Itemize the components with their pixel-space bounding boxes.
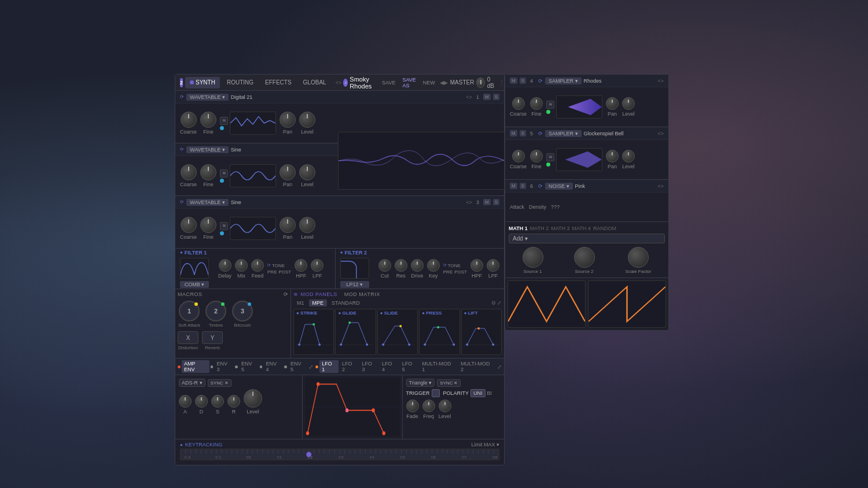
macro-2[interactable]: 2	[205, 301, 226, 321]
sampler-1-level-knob[interactable]	[622, 97, 635, 110]
filter-1-feed-knob[interactable]	[251, 259, 264, 272]
lfo-shape-select[interactable]: Triangle ▾	[406, 379, 435, 387]
macro-y-button[interactable]: Y	[202, 331, 223, 344]
math-scale-factor-knob[interactable]	[628, 247, 649, 268]
sampler-1-type[interactable]: SAMPLER ▾	[545, 77, 582, 84]
lfo-expand-icon[interactable]: ⤢	[497, 364, 502, 370]
tab-env4[interactable]: ENV 4	[263, 360, 283, 373]
osc-2-phase-dot[interactable]	[220, 179, 224, 183]
mod-panels-gear[interactable]: ⚙	[491, 300, 496, 306]
tab-routing[interactable]: ROUTING	[222, 77, 258, 88]
filter-2-post[interactable]: POST	[454, 269, 467, 275]
env-expand-icon[interactable]: ⤢	[308, 364, 313, 370]
macro-1[interactable]: 1	[179, 301, 200, 321]
sampler-1-m[interactable]: M	[510, 77, 517, 84]
sampler-1-coarse-knob[interactable]	[512, 97, 525, 110]
sampler-2-pan-knob[interactable]	[606, 150, 619, 162]
filter-1-pre[interactable]: PRE	[267, 269, 277, 275]
filter-1-hpf-knob[interactable]	[295, 259, 307, 272]
filter-2-res-knob[interactable]	[395, 259, 407, 272]
tab-lfo1[interactable]: LFO 1	[319, 360, 339, 373]
math-2-tab[interactable]: MATH 2	[530, 225, 549, 231]
filter-2-lpf-knob[interactable]	[487, 259, 499, 272]
tab-m1[interactable]: M1	[293, 300, 308, 306]
polarity-uni[interactable]: UNI	[470, 389, 486, 397]
filter-2-cut-knob[interactable]	[378, 259, 391, 272]
sampler-2-level-knob[interactable]	[622, 150, 635, 162]
sampler-2-fine-knob[interactable]	[530, 150, 543, 162]
tab-multimod2[interactable]: MULTI-MOD 2	[458, 360, 496, 373]
env-s-knob[interactable]	[211, 395, 224, 408]
osc-2-coarse-knob[interactable]	[181, 164, 197, 180]
osc-2-fine-knob[interactable]	[200, 164, 216, 180]
osc-3-s[interactable]: S	[493, 199, 499, 205]
math-random-tab[interactable]: RANDOM	[593, 225, 616, 231]
lfo-freq-knob[interactable]	[422, 400, 435, 412]
filter-1-lpf-knob[interactable]	[311, 259, 323, 272]
filter-1-delay-knob[interactable]	[219, 259, 231, 272]
env-a-knob[interactable]	[179, 395, 192, 408]
filter-2-hpf-knob[interactable]	[470, 259, 483, 272]
tab-lfo5[interactable]: LFO 5	[400, 360, 419, 373]
tab-amp-env[interactable]: AMP ENV	[182, 360, 209, 373]
macro-x-button[interactable]: X	[178, 331, 198, 344]
tab-mpe[interactable]: MPE	[309, 300, 328, 306]
trigger-checkbox[interactable]	[432, 389, 440, 397]
sampler-1-wave-icon[interactable]: ≋	[546, 101, 554, 109]
osc-2-wave-icon[interactable]: ≋	[220, 169, 228, 178]
tab-env5a[interactable]: ENV 5	[239, 360, 259, 373]
osc-3-level-knob[interactable]	[299, 217, 315, 233]
osc-2-type[interactable]: WAVETABLE ▾	[186, 146, 229, 153]
osc-3-phase-dot[interactable]	[220, 231, 224, 235]
env-d-knob[interactable]	[195, 395, 208, 408]
osc-1-m[interactable]: M	[483, 94, 491, 100]
filter-2-pre[interactable]: PRE	[443, 269, 453, 275]
osc-3-type[interactable]: WAVETABLE ▾	[186, 199, 229, 206]
polarity-bi[interactable]: BI	[487, 390, 492, 396]
lfo-sync-badge[interactable]: SYNC ✕	[437, 379, 461, 387]
osc-1-level-knob[interactable]	[299, 112, 315, 128]
filter-1-type[interactable]: COMB ▾	[180, 281, 209, 288]
osc-1-type[interactable]: WAVETABLE ▾	[186, 94, 229, 101]
osc-3-fine-knob[interactable]	[200, 217, 216, 233]
osc-3-m[interactable]: M	[483, 199, 491, 205]
tab-env5b[interactable]: ENV 5	[288, 360, 308, 373]
sampler-2-type[interactable]: SAMPLER ▾	[545, 130, 582, 137]
tab-multimod1[interactable]: MULTI-MOD 1	[420, 360, 457, 373]
filter-2-key-knob[interactable]	[427, 259, 440, 272]
sampler-2-s[interactable]: S	[520, 130, 526, 136]
noise-s[interactable]: S	[520, 183, 526, 189]
osc-3-pan-knob[interactable]	[279, 217, 296, 233]
osc-1-phase-dot[interactable]	[220, 126, 224, 130]
master-menu-icon[interactable]: ⋮	[499, 79, 505, 86]
save-as-button[interactable]: SAVE AS	[400, 76, 418, 90]
tab-lfo2[interactable]: LFO 2	[340, 360, 359, 373]
lfo-level-knob[interactable]	[439, 400, 451, 412]
tab-global[interactable]: GLOBAL	[299, 77, 331, 88]
env-r-knob[interactable]	[227, 395, 240, 408]
tab-lfo3[interactable]: LFO 3	[360, 360, 379, 373]
osc-1-coarse-knob[interactable]	[181, 112, 197, 128]
math-3-tab[interactable]: MATH 3	[551, 225, 569, 231]
osc-3-coarse-knob[interactable]	[181, 217, 197, 233]
new-button[interactable]: NEW	[421, 79, 437, 87]
mod-matrix-tab[interactable]: MOD MATRIX	[344, 291, 380, 297]
filter-1-mix-knob[interactable]	[235, 259, 248, 272]
osc-2-pan-knob[interactable]	[279, 164, 296, 180]
tab-effects[interactable]: EFFECTS	[260, 77, 296, 88]
lfo-fade-knob[interactable]	[406, 400, 419, 412]
macros-reset-icon[interactable]: ⟳	[284, 291, 289, 297]
filter-2-type[interactable]: LP12 ▾	[340, 281, 369, 288]
filter-2-drive-knob[interactable]	[411, 259, 424, 272]
sampler-2-wave-icon[interactable]: ≋	[546, 153, 554, 161]
math-1-tab[interactable]: MATH 1	[509, 225, 528, 231]
tab-synth[interactable]: SYNTH	[185, 77, 220, 88]
filter-1-post[interactable]: POST	[278, 269, 291, 275]
osc-3-wave-icon[interactable]: ≋	[220, 222, 228, 230]
osc-1-wave-icon[interactable]: ≋	[220, 117, 228, 125]
noise-m[interactable]: M	[510, 183, 517, 189]
math-op-select[interactable]: Add ▾	[509, 234, 665, 243]
tab-standard[interactable]: STANDARD	[328, 300, 363, 306]
save-button[interactable]: SAVE	[380, 79, 398, 87]
tab-env3[interactable]: ENV 3	[214, 360, 234, 373]
